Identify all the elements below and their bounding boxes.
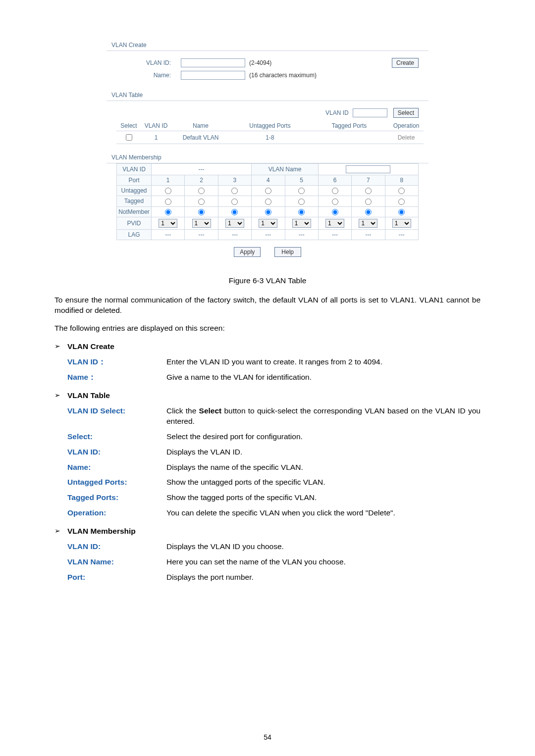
section-heading: VLAN Membership	[67, 526, 136, 537]
figure-caption: Figure 6-3 VLAN Table	[54, 276, 481, 286]
port-header: 7	[352, 175, 385, 186]
untagged-radio[interactable]	[398, 188, 405, 194]
row-untagged: 1-8	[230, 131, 310, 144]
def-desc: Displays the name of the specific VLAN.	[166, 462, 481, 473]
section-title-create: VLAN Create	[107, 40, 428, 51]
bullet-icon: ➢	[54, 342, 67, 352]
def-desc: Select the desired port for configuratio…	[166, 432, 481, 442]
membership-vlanname-cell	[318, 164, 418, 175]
pvid-select[interactable]: 1	[225, 219, 244, 228]
body-paragraph: To ensure the normal communication of th…	[54, 295, 481, 316]
def-term: Operation:	[67, 508, 166, 518]
lag-cell: ---	[385, 229, 418, 240]
def-term: VLAN ID：	[67, 357, 166, 367]
row-untagged-label: Untagged	[117, 186, 152, 196]
port-header: 6	[318, 175, 351, 186]
def-term: Tagged Ports:	[67, 493, 166, 503]
lag-cell: ---	[285, 229, 318, 240]
pvid-select[interactable]: 1	[259, 219, 277, 228]
tagged-radio[interactable]	[298, 199, 305, 205]
tagged-radio[interactable]	[365, 199, 372, 205]
row-pvid-label: PVID	[117, 217, 152, 229]
pvid-select[interactable]: 1	[159, 219, 177, 228]
lag-cell: ---	[318, 229, 351, 240]
row-name: Default VLAN	[171, 131, 230, 144]
untagged-radio[interactable]	[332, 188, 338, 194]
col-tagged: Tagged Ports	[310, 121, 389, 131]
notmember-radio[interactable]	[398, 209, 405, 215]
def-desc: Displays the port number.	[166, 572, 481, 583]
def-term: VLAN ID:	[67, 542, 166, 552]
membership-vlanid-value: ---	[152, 164, 252, 175]
notmember-radio[interactable]	[231, 209, 238, 215]
row-tagged-label: Tagged	[117, 196, 152, 206]
tagged-radio[interactable]	[231, 199, 238, 205]
apply-button[interactable]: Apply	[234, 247, 261, 257]
tagged-radio[interactable]	[265, 199, 271, 205]
tagged-radio[interactable]	[332, 199, 338, 205]
def-desc: Click the Select button to quick-select …	[166, 406, 481, 427]
lag-cell: ---	[185, 229, 218, 240]
section-title-table: VLAN Table	[107, 90, 428, 101]
row-notmember-label: NotMember	[117, 206, 152, 217]
def-term: Select:	[67, 432, 166, 442]
untagged-radio[interactable]	[198, 188, 205, 194]
tagged-radio[interactable]	[165, 199, 171, 205]
vlanid-input[interactable]	[181, 58, 245, 67]
pvid-select[interactable]: 1	[325, 219, 344, 228]
row-tagged	[310, 131, 389, 144]
pvid-select[interactable]: 1	[392, 219, 411, 228]
row-select-checkbox[interactable]	[126, 134, 132, 141]
tagged-radio[interactable]	[398, 199, 405, 205]
col-vlanid: VLAN ID	[141, 121, 171, 131]
untagged-radio[interactable]	[365, 188, 372, 194]
bullet-icon: ➢	[54, 391, 67, 401]
membership-port-label: Port	[117, 175, 152, 186]
lag-cell: ---	[218, 229, 251, 240]
col-op: Operation	[389, 121, 424, 131]
col-name: Name	[171, 121, 230, 131]
untagged-radio[interactable]	[298, 188, 305, 194]
def-desc: Displays the VLAN ID.	[166, 447, 481, 457]
vlanid-label: VLAN ID:	[116, 59, 181, 66]
help-button[interactable]: Help	[274, 247, 301, 257]
pvid-select[interactable]: 1	[292, 219, 311, 228]
notmember-radio[interactable]	[365, 209, 372, 215]
def-term: Port:	[67, 572, 166, 583]
vlanid-search-input[interactable]	[353, 108, 387, 117]
def-desc: Displays the VLAN ID you choose.	[166, 542, 481, 552]
select-button[interactable]: Select	[393, 108, 419, 118]
create-button[interactable]: Create	[392, 58, 419, 68]
pvid-select[interactable]: 1	[359, 219, 377, 228]
def-desc: Show the tagged ports of the specific VL…	[166, 493, 481, 503]
notmember-radio[interactable]	[198, 209, 205, 215]
tagged-radio[interactable]	[198, 199, 205, 205]
port-header: 4	[252, 175, 285, 186]
untagged-radio[interactable]	[231, 188, 238, 194]
lag-cell: ---	[352, 229, 385, 240]
notmember-radio[interactable]	[298, 209, 305, 215]
def-desc: Here you can set the name of the VLAN yo…	[166, 557, 481, 567]
untagged-radio[interactable]	[265, 188, 271, 194]
def-desc: You can delete the specific VLAN when yo…	[166, 508, 481, 518]
name-label: Name:	[116, 72, 181, 79]
untagged-radio[interactable]	[165, 188, 171, 194]
row-vlanid: 1	[141, 131, 171, 144]
def-term: VLAN ID Select:	[67, 406, 166, 427]
name-input[interactable]	[181, 71, 245, 80]
lag-cell: ---	[152, 229, 185, 240]
pvid-select[interactable]: 1	[192, 219, 211, 228]
def-desc: Show the untagged ports of the specific …	[166, 477, 481, 488]
notmember-radio[interactable]	[165, 209, 171, 215]
notmember-radio[interactable]	[332, 209, 338, 215]
membership-vlanname-input[interactable]	[346, 165, 390, 173]
vlan-config-panel: VLAN Create VLAN ID: (2-4094) Create Nam…	[107, 40, 428, 268]
membership-vlanname-label: VLAN Name	[252, 164, 319, 175]
col-untagged: Untagged Ports	[230, 121, 310, 131]
row-lag-label: LAG	[117, 229, 152, 240]
page-number: 54	[0, 733, 535, 741]
notmember-radio[interactable]	[265, 209, 271, 215]
row-delete-link[interactable]: Delete	[398, 134, 415, 141]
lag-cell: ---	[252, 229, 285, 240]
def-term: VLAN Name:	[67, 557, 166, 567]
